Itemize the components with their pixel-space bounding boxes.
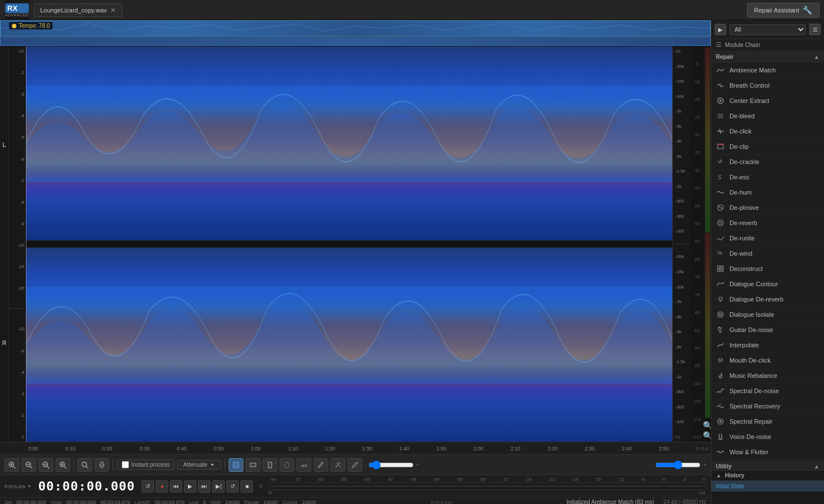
harmonic-select-button[interactable] — [297, 458, 311, 472]
zoom-in-freq-icon[interactable]: 🔍 — [703, 421, 711, 430]
zoom-in-button[interactable] — [5, 458, 19, 472]
de-rustle-icon — [716, 234, 725, 243]
music-rebalance-icon — [716, 371, 725, 380]
select-freq-button[interactable] — [263, 458, 277, 472]
attenuate-button[interactable]: Attenuate — [177, 460, 221, 469]
panel-menu-button[interactable]: ☰ — [809, 24, 821, 35]
svg-line-15 — [86, 466, 88, 468]
module-item-deconstruct[interactable]: Deconstruct — [711, 261, 824, 277]
select-rect-button[interactable] — [229, 458, 243, 472]
pan-tool-button[interactable] — [95, 458, 109, 472]
de-ess-icon: S — [716, 173, 725, 182]
prev-button[interactable]: ⏮ — [170, 480, 182, 493]
overview-bar[interactable]: Tempo: 78.0 — [0, 20, 711, 37]
svg-rect-19 — [268, 462, 272, 468]
spectral-recovery-icon — [716, 402, 725, 411]
zoom-fit-button[interactable] — [38, 458, 53, 472]
loop-button[interactable]: ↺ — [141, 480, 154, 493]
play-sel-button[interactable]: ▶| — [212, 480, 225, 493]
record-button[interactable]: ● — [156, 480, 168, 493]
play-button[interactable]: ▶ — [184, 480, 196, 493]
stop-button[interactable]: ■ — [241, 480, 253, 493]
time-zoom-slider[interactable] — [368, 460, 414, 469]
view-label: View — [51, 499, 62, 505]
brush-tool-button[interactable] — [314, 458, 328, 472]
lasso-tool-button[interactable] — [280, 458, 294, 472]
zoom-out-time-button[interactable] — [78, 458, 92, 472]
instant-process-toggle[interactable]: Instant process — [117, 459, 175, 470]
status-msg-text: Initialized Ambience Match (83 ms) — [566, 499, 654, 504]
module-item-center-extract[interactable]: Center Extract — [711, 93, 824, 109]
meter-bar-r — [268, 486, 706, 490]
ruler-bar: 0:00 0:10 0:20 0:30 0:40 0:50 1:00 1:10 … — [0, 442, 711, 454]
module-item-spectral-repair[interactable]: Spectral Repair — [711, 414, 824, 429]
utility-section-header[interactable]: Utility ▲ — [711, 461, 824, 470]
loop-sel-button[interactable]: ↺ — [226, 480, 239, 493]
module-chain-item[interactable]: ☰ Module Chain — [711, 39, 824, 51]
module-item-music-rebalance[interactable]: Music Rebalance — [711, 368, 824, 384]
module-item-spectral-recovery[interactable]: Spectral Recovery — [711, 399, 824, 414]
pencil-tool-button[interactable] — [347, 458, 362, 472]
module-item-de-wind[interactable]: De-wind — [711, 246, 824, 261]
channel-label-l: L — [2, 142, 6, 148]
ruler-unit: h:m:s — [696, 446, 709, 451]
svg-rect-38 — [721, 266, 723, 268]
freq-zoom-slider[interactable] — [655, 460, 701, 469]
ruler-time-16: 2:40 — [622, 446, 632, 451]
length-label: Length — [135, 499, 151, 505]
module-item-de-bleed[interactable]: De-bleed — [711, 109, 824, 124]
tab-close-icon[interactable]: ✕ — [110, 6, 116, 14]
utility-section-label: Utility — [716, 463, 732, 469]
de-hum-icon — [716, 188, 725, 197]
module-item-dialogue-isolate[interactable]: Dialogue Isolate — [711, 307, 824, 322]
module-item-breath-control[interactable]: Breath Control — [711, 78, 824, 93]
module-item-dialogue-contour[interactable]: Dialogue Contour — [711, 277, 824, 292]
ambience-match-icon — [716, 66, 725, 75]
de-bleed-icon — [716, 111, 725, 120]
spectrogram-main[interactable] — [26, 46, 672, 442]
history-item-initial-state[interactable]: Initial State — [711, 481, 824, 492]
module-filter-select[interactable]: All — [729, 24, 806, 35]
module-item-dialogue-de-reverb[interactable]: Dialogue De-reverb — [711, 292, 824, 307]
module-item-de-plosive[interactable]: De-plosive — [711, 200, 824, 216]
magic-wand-button[interactable] — [331, 458, 345, 472]
module-item-de-crackle[interactable]: De-crackle — [711, 154, 824, 170]
play-all-button[interactable]: ▶ — [715, 24, 726, 35]
de-wind-label: De-wind — [729, 250, 752, 257]
module-item-ambience-match[interactable]: Ambience Match — [711, 63, 824, 78]
module-item-de-click[interactable]: De-click — [711, 124, 824, 139]
repair-assistant-button[interactable]: Repair Assistant 🔧 — [747, 3, 819, 18]
instant-process-checkbox[interactable] — [122, 461, 129, 468]
spectral-de-noise-icon — [716, 386, 725, 395]
module-item-de-rustle[interactable]: De-rustle — [711, 231, 824, 246]
zoom-out-freq-icon[interactable]: 🔍 — [703, 431, 711, 440]
skip-forward-button[interactable]: ⏭ — [198, 480, 211, 493]
module-item-de-ess[interactable]: S De-ess — [711, 170, 824, 185]
time-format-selector[interactable]: h:m:s.ms — [5, 484, 32, 489]
svg-point-36 — [720, 222, 721, 223]
repair-section-header[interactable]: Repair ▲ — [711, 51, 824, 63]
module-item-de-reverb[interactable]: De-reverb — [711, 216, 824, 231]
select-time-button[interactable] — [246, 458, 260, 472]
deconstruct-icon — [716, 264, 725, 273]
repair-section-arrow: ▲ — [814, 54, 819, 60]
module-item-interpolate[interactable]: Interpolate — [711, 338, 824, 353]
module-item-spectral-de-noise[interactable]: Spectral De-noise — [711, 384, 824, 399]
zoom-out-button[interactable] — [22, 458, 36, 472]
module-item-guitar-de-noise[interactable]: Guitar De-noise — [711, 322, 824, 338]
breath-control-label: Breath Control — [729, 82, 770, 89]
module-item-voice-de-noise[interactable]: Voice De-noise — [711, 429, 824, 445]
module-item-wow-flutter[interactable]: Wow & Flutter — [711, 445, 824, 460]
statusbar-top: h:m:s.ms 00:00:00.000 ↺ ● ⏮ ▶ ⏭ ▶| ↺ ■ — [0, 475, 711, 498]
channel-label-r: R — [2, 340, 6, 346]
module-item-de-clip[interactable]: De-clip — [711, 139, 824, 154]
bitrate-info: 24-bit | 48000 Hz — [659, 499, 706, 504]
zoom-100-button[interactable] — [55, 458, 70, 472]
high-value: 24000 — [225, 499, 239, 505]
hms-label: h:m:s.ms — [431, 499, 452, 505]
module-item-de-hum[interactable]: De-hum — [711, 185, 824, 200]
module-item-mouth-de-click[interactable]: Mouth De-click — [711, 353, 824, 368]
file-tab[interactable]: LoungeLizard_copy.wav ✕ — [34, 3, 122, 17]
dialogue-de-reverb-icon — [716, 295, 725, 304]
time-format-label: h:m:s.ms — [5, 484, 25, 489]
